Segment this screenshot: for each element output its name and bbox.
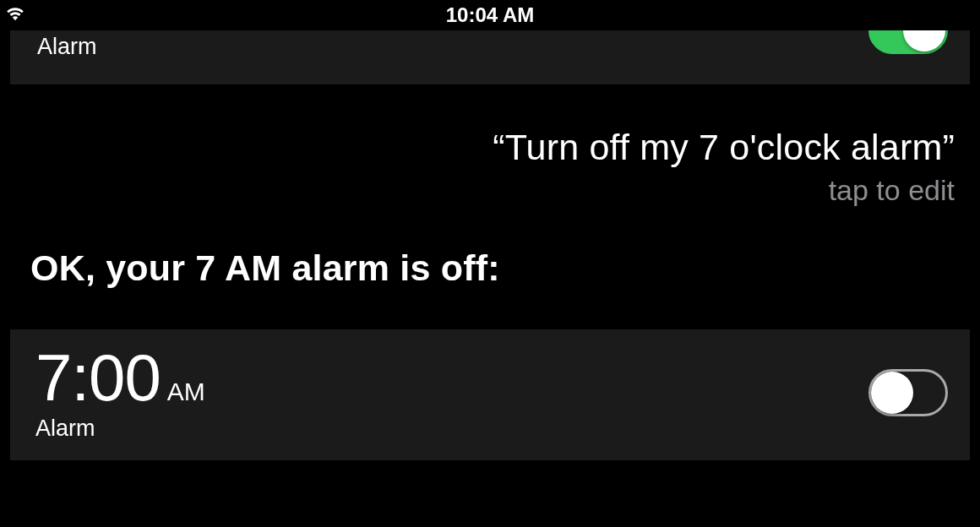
toggle-knob <box>871 372 913 414</box>
status-time: 10:04 AM <box>446 3 534 27</box>
alarm-toggle[interactable] <box>868 369 948 416</box>
alarm-card[interactable]: 7:00 AM Alarm <box>10 329 970 460</box>
user-query-text[interactable]: “Turn off my 7 o'clock alarm” <box>10 125 955 171</box>
toggle-knob <box>903 30 945 52</box>
status-bar: 10:04 AM <box>0 0 980 30</box>
alarm-label: Alarm <box>35 416 205 442</box>
alarm-toggle[interactable] <box>868 30 948 54</box>
user-query-block: “Turn off my 7 o'clock alarm” tap to edi… <box>10 125 970 207</box>
alarm-info: 7:00 AM Alarm <box>35 345 205 442</box>
wifi-icon <box>3 3 27 22</box>
siri-response-text: OK, your 7 AM alarm is off: <box>30 247 970 289</box>
tap-to-edit-hint[interactable]: tap to edit <box>10 174 955 207</box>
alarm-time: 7:00 <box>35 345 161 410</box>
previous-alarm-card[interactable]: Alarm <box>10 30 970 84</box>
previous-alarm-label: Alarm <box>37 34 97 60</box>
alarm-ampm: AM <box>167 378 205 406</box>
